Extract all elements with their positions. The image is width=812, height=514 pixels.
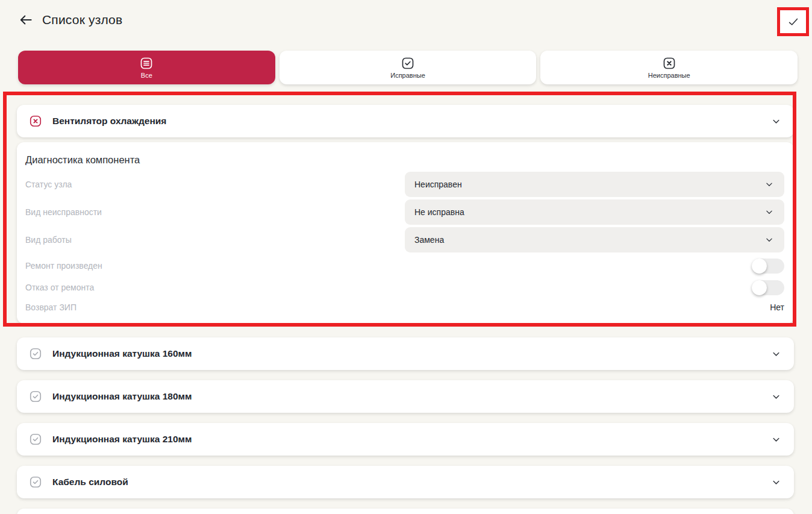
list-square-icon: [139, 56, 154, 71]
check-square-icon: [29, 347, 42, 360]
field-label: Отказ от ремонта: [25, 283, 94, 292]
filter-tabs: Все Исправные Неисправные: [18, 51, 798, 84]
field-label: Статус узла: [25, 180, 72, 189]
page-title: Список узлов: [42, 13, 122, 27]
confirm-button[interactable]: [777, 7, 809, 36]
field-repair-refused: Отказ от ремонта: [25, 277, 784, 298]
x-square-icon: [662, 56, 676, 71]
accordion-header-power-cable[interactable]: Кабель силовой: [17, 466, 794, 498]
chevron-down-icon: [764, 207, 775, 218]
chevron-down-icon[interactable]: [770, 477, 782, 488]
chevron-down-icon: [764, 179, 775, 190]
chevron-down-icon[interactable]: [770, 348, 782, 360]
node-title: Индукционная катушка 180мм: [52, 391, 760, 402]
zip-return-value: Нет: [770, 302, 784, 312]
check-square-icon: [401, 56, 415, 71]
node-title: Индукционная катушка 160мм: [52, 348, 760, 359]
node-status-select[interactable]: Неисправен: [405, 172, 784, 197]
arrow-left-icon: [18, 12, 34, 28]
field-repair-done: Ремонт произведен: [25, 255, 784, 277]
tab-all[interactable]: Все: [18, 51, 275, 84]
accordion-header-coil-160[interactable]: Индукционная катушка 160мм: [17, 337, 794, 370]
accordion-header-coil-180[interactable]: Индукционная катушка 180мм: [17, 380, 794, 413]
diagnostics-panel: Диагностика компонента Статус узла Неисп…: [17, 142, 794, 324]
toggle-knob: [752, 280, 767, 295]
header: Список узлов: [18, 12, 122, 28]
field-label: Вид работы: [25, 235, 72, 245]
field-fault-type: Вид неисправности Не исправна: [25, 199, 784, 225]
chevron-down-icon[interactable]: [770, 434, 782, 445]
accordion-header-coil-210[interactable]: Индукционная катушка 210мм: [17, 423, 794, 456]
check-square-icon: [29, 390, 42, 403]
node-title: Вентилятор охлаждения: [52, 116, 760, 127]
chevron-down-icon: [764, 234, 775, 245]
field-label: Возврат ЗИП: [25, 302, 77, 312]
field-work-type: Вид работы Замена: [25, 227, 784, 252]
back-button[interactable]: [18, 12, 34, 28]
nodes-list-screen: Список узлов Все: [0, 0, 812, 514]
diagnostics-title: Диагностика компонента: [25, 154, 784, 166]
node-title: Индукционная катушка 210мм: [52, 434, 760, 445]
field-label: Вид неисправности: [25, 207, 102, 217]
chevron-down-icon[interactable]: [770, 116, 782, 127]
check-icon: [787, 15, 800, 28]
check-square-icon: [29, 433, 42, 446]
nodes-list: Вентилятор охлаждения Диагностика компон…: [17, 105, 794, 514]
x-square-icon: [29, 114, 42, 128]
accordion-header-partial[interactable]: [17, 509, 794, 514]
accordion-header-fan[interactable]: Вентилятор охлаждения: [17, 105, 794, 137]
tab-faulty[interactable]: Неисправные: [540, 51, 798, 84]
tab-faulty-label: Неисправные: [648, 72, 690, 79]
tab-all-label: Все: [141, 72, 152, 79]
check-square-icon: [29, 475, 42, 489]
work-type-select[interactable]: Замена: [405, 227, 784, 252]
repair-refused-toggle[interactable]: [752, 280, 784, 295]
field-zip-return: Возврат ЗИП Нет: [25, 298, 784, 316]
tab-working-label: Исправные: [390, 72, 425, 79]
field-node-status: Статус узла Неисправен: [25, 172, 784, 197]
fault-type-select[interactable]: Не исправна: [405, 199, 784, 225]
field-label: Ремонт произведен: [25, 261, 102, 271]
chevron-down-icon[interactable]: [770, 391, 782, 403]
node-title: Кабель силовой: [52, 477, 760, 487]
toggle-knob: [752, 259, 767, 274]
repair-done-toggle[interactable]: [752, 259, 784, 274]
tab-working[interactable]: Исправные: [280, 51, 537, 84]
